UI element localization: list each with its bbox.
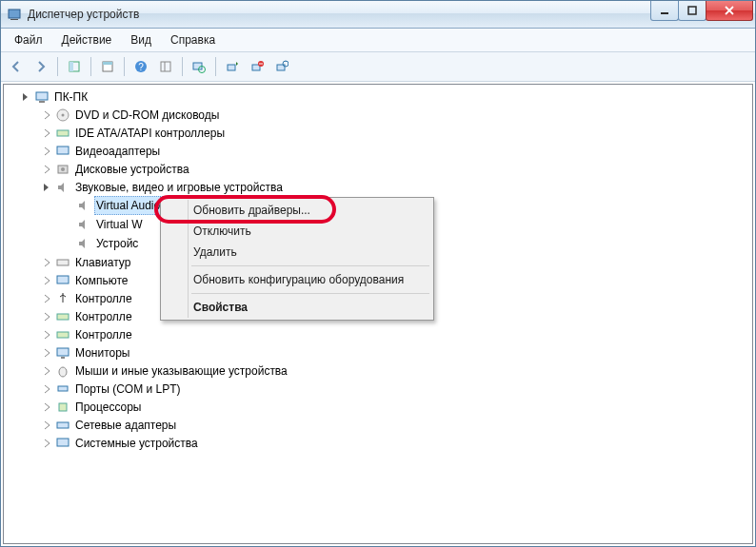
ide-icon	[55, 126, 70, 141]
node-label: Сетевые адаптеры	[73, 417, 178, 434]
device-manager-window: Диспетчер устройств Файл Действие Вид Сп…	[0, 0, 756, 547]
forward-button[interactable]	[30, 55, 52, 78]
svg-text:?: ?	[138, 62, 144, 72]
close-button[interactable]	[706, 1, 753, 21]
install-hardware-button[interactable]	[221, 55, 244, 78]
window-controls	[651, 1, 753, 20]
svg-rect-31	[61, 357, 65, 359]
disk-icon	[55, 162, 70, 177]
toolbar-separator	[124, 57, 125, 76]
toolbar-separator	[90, 57, 91, 76]
computer-icon	[55, 273, 70, 288]
expand-icon[interactable]	[42, 438, 53, 449]
expand-icon[interactable]	[42, 164, 53, 175]
node-label: Клавиатур	[73, 254, 132, 271]
cpu-icon	[55, 400, 70, 415]
collapse-icon[interactable]	[21, 91, 32, 103]
svg-point-21	[62, 114, 65, 117]
tree-node-disk[interactable]: Дисковые устройства	[42, 161, 752, 179]
toolbar-separator	[57, 57, 58, 76]
node-label: Звуковые, видео и игровые устройства	[73, 179, 285, 196]
toolbar-button[interactable]	[154, 55, 177, 78]
usb-icon	[55, 291, 70, 306]
svg-rect-27	[57, 276, 69, 283]
ctx-disable[interactable]: Отключить	[163, 221, 431, 242]
expand-icon[interactable]	[42, 383, 53, 395]
expand-icon[interactable]	[42, 365, 53, 377]
ctx-scan-hardware[interactable]: Обновить конфигурацию оборудования	[163, 269, 431, 290]
expand-icon[interactable]	[42, 109, 53, 121]
tree-node-ide[interactable]: IDE ATA/ATAPI контроллеры	[42, 125, 752, 143]
uninstall-button[interactable]	[246, 55, 269, 78]
minimize-button[interactable]	[650, 1, 679, 21]
monitor-icon	[55, 345, 70, 361]
expand-icon[interactable]	[42, 275, 53, 286]
sound-icon	[55, 180, 70, 195]
node-label: Контролле	[73, 290, 134, 307]
tree-node-ports[interactable]: Порты (COM и LPT)	[42, 381, 752, 399]
node-label: Процессоры	[73, 399, 144, 416]
tree-node-host-ctrl[interactable]: Контролле	[42, 326, 752, 344]
svg-rect-10	[161, 62, 170, 71]
update-driver-button[interactable]	[270, 55, 293, 78]
svg-rect-19	[39, 101, 45, 103]
maximize-button[interactable]	[678, 1, 706, 21]
expand-icon[interactable]	[42, 347, 53, 359]
svg-rect-0	[9, 10, 20, 18]
menu-file[interactable]: Файл	[5, 31, 52, 49]
svg-rect-28	[57, 314, 69, 320]
scan-hardware-button[interactable]	[188, 55, 210, 78]
node-label: Системные устройства	[73, 435, 200, 452]
expand-icon[interactable]	[42, 293, 53, 304]
expand-icon[interactable]	[42, 329, 53, 341]
tree-node-video[interactable]: Видеоадаптеры	[42, 143, 752, 161]
expand-icon[interactable]	[42, 127, 53, 139]
window-title: Диспетчер устройств	[28, 8, 651, 21]
ctx-delete[interactable]: Удалить	[163, 242, 431, 263]
properties-button[interactable]	[96, 55, 119, 78]
tree-node-dvd[interactable]: DVD и CD-ROM дисководы	[42, 107, 752, 125]
tree-node-net[interactable]: Сетевые адаптеры	[42, 417, 752, 435]
expand-icon[interactable]	[42, 257, 53, 268]
show-hide-tree-button[interactable]	[63, 55, 86, 78]
toolbar-separator	[182, 57, 183, 76]
context-menu-separator	[191, 293, 429, 294]
sound-device-icon	[76, 236, 91, 251]
menu-action[interactable]: Действие	[52, 31, 122, 49]
expand-icon[interactable]	[42, 420, 53, 431]
computer-icon	[34, 89, 50, 105]
node-label: Мыши и иные указывающие устройства	[73, 362, 289, 380]
svg-rect-35	[57, 422, 69, 428]
ctx-update-drivers[interactable]: Обновить драйверы...	[163, 200, 431, 221]
expand-icon[interactable]	[42, 311, 53, 322]
svg-rect-18	[36, 92, 48, 100]
svg-rect-1	[10, 19, 18, 20]
svg-rect-34	[59, 403, 67, 411]
collapse-icon[interactable]	[42, 182, 53, 193]
node-label: Видеоадаптеры	[73, 143, 162, 160]
menubar: Файл Действие Вид Справка	[1, 29, 755, 52]
tree-node-mouse[interactable]: Мыши и иные указывающие устройства	[42, 362, 752, 381]
node-label: Мониторы	[73, 344, 131, 361]
expand-icon[interactable]	[42, 401, 53, 413]
toolbar-separator	[215, 57, 216, 76]
svg-rect-7	[103, 62, 112, 65]
tree-node-monitor[interactable]: Мониторы	[42, 344, 752, 362]
controller-icon	[55, 327, 70, 342]
svg-rect-2	[661, 12, 668, 14]
keyboard-icon	[55, 255, 70, 270]
help-button[interactable]: ?	[129, 55, 152, 78]
svg-rect-33	[58, 386, 68, 391]
svg-rect-30	[57, 348, 69, 356]
menu-view[interactable]: Вид	[121, 31, 161, 49]
ctx-properties[interactable]: Свойства	[163, 297, 431, 318]
back-button[interactable]	[5, 55, 28, 78]
dvd-icon	[55, 107, 70, 123]
expand-icon[interactable]	[42, 146, 53, 157]
svg-rect-22	[57, 130, 69, 136]
menu-help[interactable]: Справка	[161, 31, 225, 49]
tree-node-system[interactable]: Системные устройства	[42, 435, 752, 453]
tree-node-cpu[interactable]: Процессоры	[42, 399, 752, 417]
network-icon	[55, 418, 70, 433]
node-label: Компьюте	[73, 272, 129, 289]
